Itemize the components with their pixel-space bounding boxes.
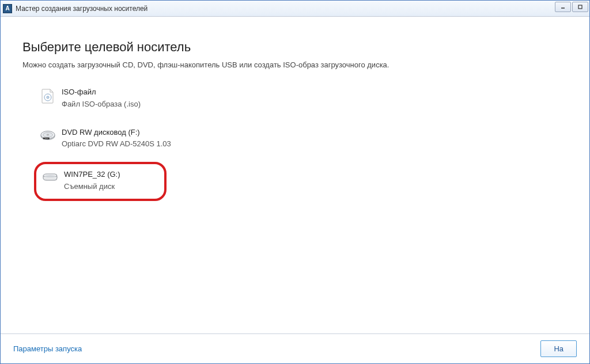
minimize-button[interactable] [555,2,571,12]
window-controls [555,2,588,12]
dvd-drive-icon: DVD [40,129,56,143]
footer-bar: Параметры запуска На [1,333,589,363]
page-subheading: Можно создать загрузочный CD, DVD, флэш-… [22,60,568,69]
startup-options-link[interactable]: Параметры запуска [13,344,82,353]
media-item-text: ISO-файл Файл ISO-образа (.iso) [62,86,141,111]
maximize-button[interactable] [572,2,588,12]
media-item-iso[interactable]: ISO-файл Файл ISO-образа (.iso) [34,82,568,115]
svg-point-3 [47,96,49,98]
media-title: DVD RW дисковод (F:) [62,127,171,139]
removable-disk-icon [42,171,58,181]
media-item-text: WIN7PE_32 (G:) Съемный диск [64,169,120,193]
media-item-removable[interactable]: WIN7PE_32 (G:) Съемный диск [34,162,167,201]
svg-text:DVD: DVD [45,138,48,139]
titlebar: A Мастер создания загрузочных носителей [1,1,589,17]
svg-rect-1 [578,5,582,9]
media-list: ISO-файл Файл ISO-образа (.iso) DVD [34,82,568,201]
content-area: Выберите целевой носитель Можно создать … [1,17,589,333]
media-item-text: DVD RW дисковод (F:) Optiarc DVD RW AD-5… [62,127,171,151]
svg-point-10 [44,175,56,177]
media-title: WIN7PE_32 (G:) [64,169,120,181]
iso-file-icon [40,89,56,104]
svg-point-7 [47,134,49,135]
window-title: Мастер создания загрузочных носителей [16,5,148,13]
media-subtitle: Файл ISO-образа (.iso) [62,98,141,111]
next-button[interactable]: На [540,340,577,357]
app-icon-letter: A [5,5,9,12]
app-icon: A [3,4,12,13]
media-title: ISO-файл [62,86,141,98]
media-subtitle: Съемный диск [64,181,120,193]
page-heading: Выберите целевой носитель [22,40,568,55]
media-subtitle: Optiarc DVD RW AD-5240S 1.03 [62,138,171,150]
wizard-window: A Мастер создания загрузочных носителей … [0,0,590,364]
media-item-dvd[interactable]: DVD DVD RW дисковод (F:) Optiarc DVD RW … [34,122,568,156]
